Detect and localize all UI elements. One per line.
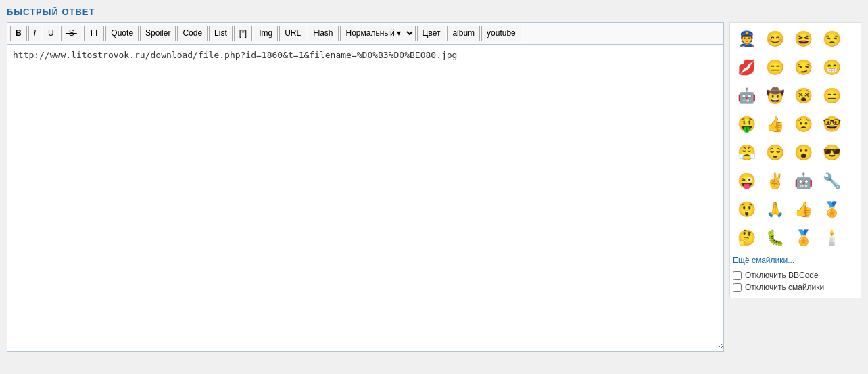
smiley-9[interactable]: 🤖 (733, 83, 760, 110)
btn-italic[interactable]: I (28, 26, 41, 41)
option-row-smileys: Отключить смайлики (733, 283, 858, 292)
smiley-16[interactable]: 🤓 (818, 111, 845, 138)
size-select[interactable]: Нормальный ▾ Маленький Большой (340, 26, 416, 41)
smiley-30[interactable]: 🐛 (761, 225, 788, 252)
smiley-18[interactable]: 😌 (761, 139, 788, 166)
smiley-4[interactable]: 😒 (818, 26, 845, 53)
btn-img[interactable]: Img (254, 26, 278, 41)
smiley-8[interactable]: 😁 (818, 54, 845, 81)
disable-smileys-label: Отключить смайлики (745, 283, 824, 292)
btn-underline[interactable]: U (43, 26, 59, 41)
smiley-24[interactable]: 🔧 (818, 168, 845, 195)
smiley-21[interactable]: 😜 (733, 168, 760, 195)
reply-textarea[interactable]: http://www.litostrovok.ru/download/file.… (7, 45, 723, 349)
smiley-26[interactable]: 🙏 (761, 196, 788, 223)
editor-right: 👮 😊 😆 😒 💋 😑 😏 😁 🤖 🤠 😵 😑 🤑 (729, 22, 861, 352)
smiley-5[interactable]: 💋 (733, 54, 760, 81)
page-wrapper: БЫСТРЫЙ ОТВЕТ B I U -S- TT Quote Spoiler… (0, 0, 868, 374)
smiley-15[interactable]: 😟 (790, 111, 817, 138)
smiley-14[interactable]: 👍 (761, 111, 788, 138)
editor-left: B I U -S- TT Quote Spoiler Code List [*]… (7, 22, 724, 352)
btn-url[interactable]: URL (279, 26, 306, 41)
btn-star[interactable]: [*] (234, 26, 252, 41)
smiley-11[interactable]: 😵 (790, 83, 817, 110)
toolbar: B I U -S- TT Quote Spoiler Code List [*]… (7, 23, 723, 45)
btn-quote[interactable]: Quote (105, 26, 139, 41)
smiley-27[interactable]: 👍 (790, 196, 817, 223)
smileys-panel: 👮 😊 😆 😒 💋 😑 😏 😁 🤖 🤠 😵 😑 🤑 (729, 22, 861, 298)
smiley-13[interactable]: 🤑 (733, 111, 760, 138)
option-row-bbcode: Отключить BBCode (733, 271, 858, 280)
smiley-32[interactable]: 🕯️ (818, 225, 845, 252)
more-smileys-link[interactable]: Ещё смайлики... (733, 256, 858, 265)
btn-color[interactable]: Цвет (417, 26, 446, 41)
smiley-7[interactable]: 😏 (790, 54, 817, 81)
smiley-23[interactable]: 🤖 (790, 168, 817, 195)
smiley-2[interactable]: 😊 (761, 26, 788, 53)
smiley-1[interactable]: 👮 (733, 26, 760, 53)
btn-youtube[interactable]: youtube (481, 26, 521, 41)
btn-bold[interactable]: B (10, 26, 27, 41)
smiley-19[interactable]: 😮 (790, 139, 817, 166)
smiley-17[interactable]: 😤 (733, 139, 760, 166)
btn-album[interactable]: album (447, 26, 480, 41)
smileys-grid: 👮 😊 😆 😒 💋 😑 😏 😁 🤖 🤠 😵 😑 🤑 (733, 26, 858, 252)
options-area: Отключить BBCode Отключить смайлики (733, 271, 858, 292)
smiley-31[interactable]: 🏅 (790, 225, 817, 252)
smiley-22[interactable]: ✌️ (761, 168, 788, 195)
disable-smileys-checkbox[interactable] (733, 283, 742, 292)
smiley-6[interactable]: 😑 (761, 54, 788, 81)
smiley-28[interactable]: 🏅 (818, 196, 845, 223)
smiley-10[interactable]: 🤠 (761, 83, 788, 110)
btn-code[interactable]: Code (177, 26, 208, 41)
smiley-20[interactable]: 😎 (818, 139, 845, 166)
editor-container: B I U -S- TT Quote Spoiler Code List [*]… (7, 22, 861, 352)
btn-list[interactable]: List (209, 26, 233, 41)
btn-spoiler[interactable]: Spoiler (140, 26, 176, 41)
smiley-3[interactable]: 😆 (790, 26, 817, 53)
btn-strike[interactable]: -S- (61, 26, 82, 41)
smiley-12[interactable]: 😑 (818, 83, 845, 110)
smiley-29[interactable]: 🤔 (733, 225, 760, 252)
smiley-25[interactable]: 😲 (733, 196, 760, 223)
btn-flash[interactable]: Flash (308, 26, 338, 41)
quick-reply-title: БЫСТРЫЙ ОТВЕТ (7, 7, 861, 17)
disable-bbcode-label: Отключить BBCode (745, 271, 819, 280)
btn-tt[interactable]: TT (84, 26, 105, 41)
disable-bbcode-checkbox[interactable] (733, 271, 742, 280)
